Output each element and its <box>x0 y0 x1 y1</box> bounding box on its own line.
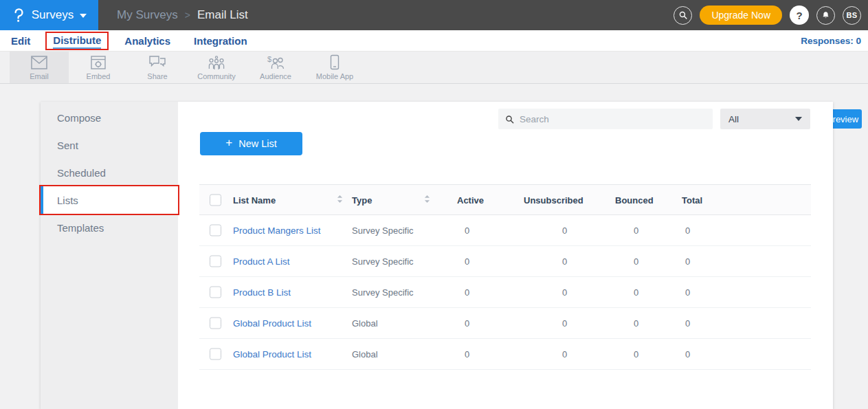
tab-analytics[interactable]: Analytics <box>124 35 170 47</box>
svg-text:$: $ <box>267 55 271 63</box>
table-row: Global Product List Global 0 0 0 0 <box>199 339 811 370</box>
distribute-toolbar: Email Embed Share <box>0 52 868 84</box>
active-count: 0 <box>465 225 469 236</box>
search-icon <box>505 115 514 124</box>
active-count: 0 <box>465 318 469 329</box>
unsubscribed-count: 0 <box>562 287 567 298</box>
unsubscribed-count: 0 <box>562 256 567 267</box>
column-list-name[interactable]: List Name <box>233 195 276 205</box>
list-name-link[interactable]: Product B List <box>233 287 291 298</box>
sidebar-item-scheduled[interactable]: Scheduled <box>41 159 178 186</box>
bounced-count: 0 <box>634 287 638 298</box>
bounced-count: 0 <box>634 349 638 360</box>
channel-embed[interactable]: Embed <box>69 52 128 83</box>
row-checkbox[interactable] <box>210 256 221 267</box>
total-count: 0 <box>685 287 690 298</box>
tab-edit[interactable]: Edit <box>11 35 30 47</box>
active-count: 0 <box>465 287 469 298</box>
product-switcher[interactable]: Surveys <box>0 0 98 30</box>
breadcrumb-separator: > <box>185 10 190 21</box>
row-checkbox[interactable] <box>210 225 221 236</box>
list-type: Survey Specific <box>352 256 414 267</box>
survey-nav-tabs: Edit Distribute Analytics Integration Re… <box>0 30 868 52</box>
questionpro-logo-icon <box>12 7 25 23</box>
question-mark-icon: ? <box>796 10 802 21</box>
channel-mobile-app[interactable]: Mobile App <box>305 52 364 83</box>
avatar-initials: BS <box>847 11 858 19</box>
list-name-link[interactable]: Global Product List <box>233 318 311 329</box>
sort-icon[interactable] <box>424 195 430 206</box>
column-active: Active <box>457 195 484 205</box>
notifications-button[interactable] <box>816 6 835 25</box>
column-type[interactable]: Type <box>352 195 372 205</box>
new-list-label: New List <box>238 138 277 149</box>
channel-audience[interactable]: $ Audience <box>246 52 305 83</box>
filter-selected-value: All <box>728 114 739 124</box>
embed-icon <box>90 55 107 70</box>
channel-label: Embed <box>87 72 111 80</box>
sort-icon[interactable] <box>337 195 343 206</box>
responses-count[interactable]: Responses: 0 <box>801 36 868 46</box>
chevron-down-icon <box>795 117 802 121</box>
column-bounced: Bounced <box>615 195 654 205</box>
total-count: 0 <box>685 225 690 236</box>
channel-community[interactable]: Community <box>187 52 246 83</box>
product-name: Surveys <box>32 8 74 22</box>
select-all-checkbox[interactable] <box>210 194 221 206</box>
tab-distribute[interactable]: Distribute <box>53 34 101 49</box>
sidebar-item-templates[interactable]: Templates <box>41 214 178 241</box>
list-type: Global <box>352 349 378 360</box>
total-count: 0 <box>685 318 690 329</box>
questionpro-distribute-screen: Surveys My Surveys > Email List Upgrade … <box>0 0 868 409</box>
table-row: Global Product List Global 0 0 0 0 <box>199 308 811 339</box>
search-button[interactable] <box>674 6 692 25</box>
list-type-filter-dropdown[interactable]: All <box>720 109 810 129</box>
top-bar: Surveys My Surveys > Email List Upgrade … <box>0 0 868 30</box>
list-name-link[interactable]: Product A List <box>233 256 290 267</box>
search-icon <box>678 10 688 20</box>
sidebar-item-lists[interactable]: Lists <box>41 186 178 214</box>
help-button[interactable]: ? <box>790 5 809 25</box>
table-row: Product A List Survey Specific 0 0 0 0 <box>199 246 811 277</box>
row-checkbox[interactable] <box>210 349 221 360</box>
tab-distribute-annotated[interactable]: Distribute <box>45 32 109 50</box>
tab-integration[interactable]: Integration <box>194 35 247 47</box>
unsubscribed-count: 0 <box>562 349 567 360</box>
user-avatar[interactable]: BS <box>843 6 861 25</box>
total-count: 0 <box>685 256 690 267</box>
channel-share[interactable]: Share <box>128 52 187 83</box>
column-unsubscribed: Unsubscribed <box>524 195 583 205</box>
active-count: 0 <box>465 256 469 267</box>
row-checkbox[interactable] <box>210 318 221 329</box>
bell-icon <box>821 10 831 21</box>
new-list-button[interactable]: + New List <box>200 132 302 155</box>
sidebar-item-sent[interactable]: Sent <box>41 131 178 159</box>
bounced-count: 0 <box>634 225 638 236</box>
channel-email[interactable]: Email <box>10 52 69 83</box>
list-type: Survey Specific <box>352 225 414 236</box>
list-name-link[interactable]: Product Mangers List <box>233 225 321 236</box>
top-actions: Upgrade Now ? BS <box>674 5 868 25</box>
total-count: 0 <box>685 349 690 360</box>
table-row: Product B List Survey Specific 0 0 0 0 <box>199 277 811 308</box>
breadcrumb: My Surveys > Email List <box>117 8 248 22</box>
channel-label: Email <box>30 72 49 80</box>
list-search-input[interactable] <box>520 114 706 124</box>
unsubscribed-count: 0 <box>562 318 567 329</box>
email-sidebar: Compose Sent Scheduled Lists Templates <box>41 102 178 409</box>
mobile-app-icon <box>330 54 340 70</box>
list-type: Global <box>352 318 378 329</box>
list-name-link[interactable]: Global Product List <box>233 349 311 360</box>
email-lists-panel: Compose Sent Scheduled Lists Templates A… <box>41 102 833 409</box>
row-checkbox[interactable] <box>210 287 221 298</box>
share-icon <box>148 55 166 70</box>
upgrade-now-button[interactable]: Upgrade Now <box>700 5 782 25</box>
breadcrumb-my-surveys[interactable]: My Surveys <box>117 8 178 22</box>
channel-tabs: Email Embed Share <box>10 52 364 83</box>
envelope-icon <box>30 55 48 70</box>
list-search-box <box>498 109 713 129</box>
lists-main: All + New List List Name Type Active Uns… <box>178 102 833 409</box>
sidebar-item-compose[interactable]: Compose <box>41 104 178 131</box>
channel-label: Audience <box>260 72 291 80</box>
table-header-row: List Name Type Active Unsubscribed Bounc… <box>199 184 811 215</box>
